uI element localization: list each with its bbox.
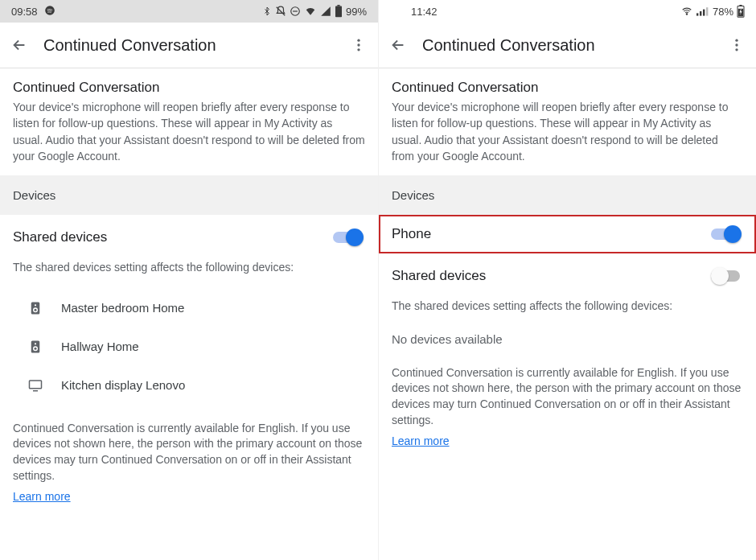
footer-text: Continued Conversation is currently avai… — [0, 413, 378, 488]
app-bar: Continued Conversation — [0, 23, 378, 68]
no-devices-text: No devices available — [379, 324, 756, 357]
page-title: Continued Conversation — [43, 36, 335, 55]
shared-devices-label: Shared devices — [13, 229, 333, 245]
phone-label: Phone — [392, 226, 711, 242]
status-bar: 09:58 99% — [0, 0, 378, 23]
shared-subtext: The shared devices setting affects the f… — [379, 299, 756, 324]
shared-devices-toggle[interactable] — [711, 266, 743, 286]
device-list: Master bedroom Home Hallway Home Kitchen… — [0, 286, 378, 413]
svg-rect-21 — [700, 11, 701, 16]
svg-point-29 — [735, 48, 738, 51]
learn-more-link[interactable]: Learn more — [0, 488, 378, 509]
battery-charging-icon — [737, 5, 745, 18]
phone-row[interactable]: Phone — [379, 215, 756, 253]
shared-devices-label: Shared devices — [392, 268, 711, 284]
status-time: 11:42 — [411, 6, 438, 18]
back-button[interactable] — [10, 35, 29, 55]
svg-point-8 — [357, 48, 360, 51]
footer-text: Continued Conversation is currently avai… — [379, 357, 756, 433]
app-bar: Continued Conversation — [379, 23, 756, 68]
device-item: Master bedroom Home — [13, 289, 365, 327]
battery-percent: 78% — [713, 6, 733, 18]
status-time: 09:58 — [11, 6, 38, 18]
svg-rect-4 — [335, 6, 342, 18]
speaker-icon — [26, 337, 45, 356]
svg-point-10 — [35, 304, 36, 306]
intro-section: Continued Conversation Your device's mic… — [379, 68, 756, 175]
device-item: Kitchen display Lenovo — [13, 366, 365, 405]
intro-section: Continued Conversation Your device's mic… — [0, 68, 378, 175]
spotify-icon — [44, 5, 55, 19]
svg-rect-25 — [739, 5, 742, 6]
battery-icon — [335, 5, 343, 18]
shared-devices-row[interactable]: Shared devices — [379, 253, 756, 299]
wifi-icon — [304, 6, 317, 17]
svg-point-27 — [735, 39, 738, 42]
learn-more-link[interactable]: Learn more — [379, 433, 756, 454]
intro-title: Continued Conversation — [392, 80, 743, 96]
devices-heading: Devices — [0, 175, 378, 215]
svg-point-7 — [357, 43, 360, 46]
shared-subtext: The shared devices setting affects the f… — [0, 260, 378, 286]
signal-icon — [320, 6, 331, 17]
intro-body: Your device's microphone will reopen bri… — [392, 99, 743, 164]
svg-rect-17 — [30, 381, 42, 389]
svg-rect-20 — [696, 13, 698, 15]
devices-heading: Devices — [379, 175, 756, 215]
status-bar: 11:42 78% — [379, 0, 756, 23]
shared-devices-toggle[interactable] — [333, 228, 365, 247]
svg-point-28 — [735, 43, 738, 46]
device-name: Hallway Home — [61, 340, 139, 353]
intro-title: Continued Conversation — [13, 80, 365, 96]
back-button[interactable] — [388, 35, 408, 55]
overflow-menu-button[interactable] — [727, 35, 746, 55]
dnd-icon — [275, 6, 286, 17]
wifi-icon — [680, 6, 693, 17]
intro-body: Your device's microphone will reopen bri… — [13, 99, 365, 164]
device-item: Hallway Home — [13, 327, 365, 366]
page-title: Continued Conversation — [422, 36, 713, 55]
phone-toggle[interactable] — [711, 224, 743, 244]
signal-icon — [696, 6, 709, 17]
svg-point-16 — [35, 348, 37, 350]
circle-icon — [290, 6, 301, 17]
svg-point-12 — [35, 309, 37, 311]
svg-point-19 — [686, 14, 687, 14]
svg-point-14 — [35, 343, 36, 344]
device-name: Kitchen display Lenovo — [61, 378, 185, 392]
svg-point-6 — [357, 39, 360, 42]
svg-rect-22 — [703, 10, 705, 16]
svg-rect-23 — [706, 7, 708, 15]
svg-rect-5 — [337, 5, 339, 6]
overflow-menu-button[interactable] — [349, 35, 368, 55]
display-icon — [26, 376, 45, 395]
bluetooth-icon — [262, 6, 272, 17]
battery-percent: 99% — [346, 6, 367, 18]
shared-devices-row[interactable]: Shared devices — [0, 215, 378, 260]
speaker-icon — [26, 299, 45, 318]
device-name: Master bedroom Home — [61, 301, 184, 315]
